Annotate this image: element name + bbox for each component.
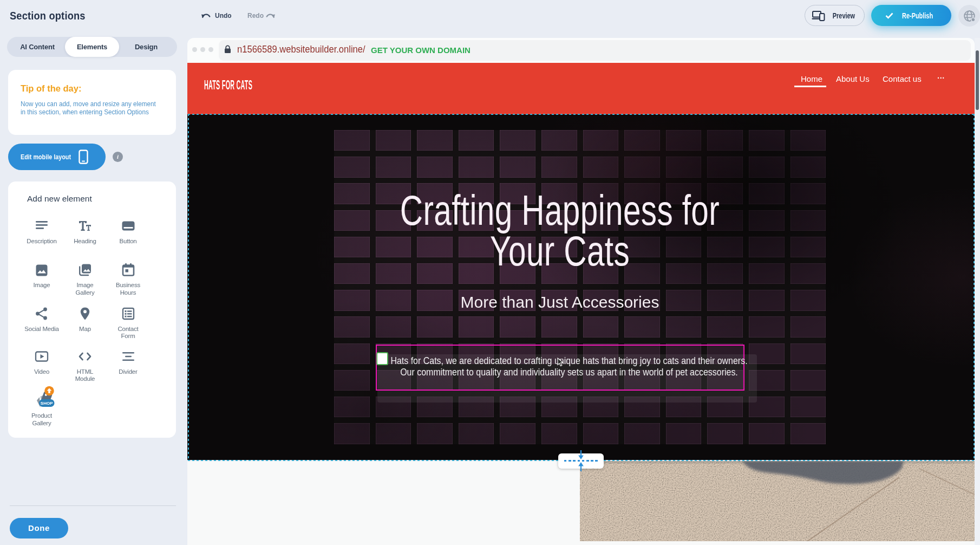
svg-text:SHOP: SHOP <box>41 401 53 406</box>
